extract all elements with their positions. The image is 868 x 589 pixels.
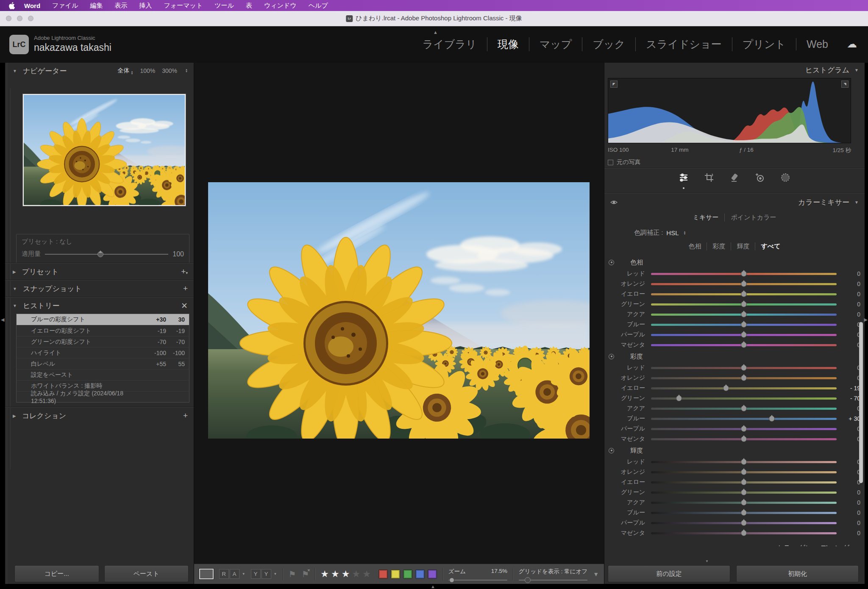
slider-thumb[interactable] bbox=[741, 322, 747, 328]
zoom-fit-button[interactable]: 全体▲▼ bbox=[117, 67, 133, 75]
history-item[interactable]: 白レベル +55 55 bbox=[17, 358, 189, 369]
slider-thumb[interactable] bbox=[741, 342, 747, 348]
slider-track[interactable] bbox=[651, 387, 837, 389]
photo-canvas[interactable] bbox=[208, 182, 590, 439]
shadow-clipping-icon[interactable]: ◤ bbox=[610, 81, 618, 88]
before-after-y1-button[interactable]: Y bbox=[251, 569, 261, 579]
reference-view-r-button[interactable]: R bbox=[219, 569, 229, 579]
panel-switch-eye-icon[interactable] bbox=[610, 200, 618, 205]
collapse-triangle-icon[interactable]: ▼ bbox=[13, 69, 17, 73]
masking-tool-icon[interactable] bbox=[779, 171, 792, 184]
slider-track[interactable] bbox=[651, 324, 837, 326]
slider-thumb[interactable] bbox=[741, 489, 747, 495]
slider-track[interactable] bbox=[651, 303, 837, 306]
pick-flag-icon[interactable]: ⚑ bbox=[288, 569, 296, 579]
highlight-clipping-icon[interactable]: ◥ bbox=[841, 81, 849, 88]
zoom-stepper-icon[interactable]: ▲▼ bbox=[185, 69, 188, 73]
slider-thumb[interactable] bbox=[676, 395, 682, 401]
slider-track[interactable] bbox=[651, 314, 837, 316]
show-left-panel-arrow[interactable]: ◀ bbox=[1, 317, 4, 322]
hsl-mode-tab[interactable]: すべて bbox=[755, 242, 786, 250]
right-panel-scrollbar[interactable] bbox=[859, 322, 863, 483]
menu-item[interactable]: ヘルプ bbox=[309, 2, 328, 10]
slider-track[interactable] bbox=[651, 377, 837, 379]
presets-section-header[interactable]: ▶プリセット +▾ bbox=[5, 264, 194, 280]
zoom-slider[interactable] bbox=[448, 580, 507, 581]
clear-history-icon[interactable]: ✕ bbox=[181, 301, 188, 311]
loupe-view-button[interactable] bbox=[199, 569, 214, 579]
module-tab[interactable]: 現像 bbox=[487, 37, 529, 51]
mixer-tab[interactable]: ポイントカラー bbox=[724, 214, 782, 222]
paste-settings-button[interactable]: ペースト bbox=[104, 565, 189, 582]
color-label-icon[interactable] bbox=[378, 570, 388, 579]
slider-thumb[interactable] bbox=[741, 469, 747, 475]
add-snapshot-icon[interactable]: + bbox=[183, 284, 188, 293]
module-tab[interactable]: プリント bbox=[732, 37, 796, 51]
histogram-header[interactable]: ヒストグラム▼ bbox=[604, 63, 865, 77]
slider-track[interactable] bbox=[651, 293, 837, 295]
original-photo-toggle[interactable]: 元の写真 bbox=[608, 158, 640, 166]
slider-track[interactable] bbox=[651, 418, 837, 420]
add-preset-icon[interactable]: +▾ bbox=[181, 267, 188, 276]
slider-thumb[interactable] bbox=[741, 436, 747, 442]
slider-thumb[interactable] bbox=[741, 332, 747, 338]
slider-track[interactable] bbox=[651, 273, 837, 275]
color-mixer-header[interactable]: カラーミキサー▼ bbox=[604, 195, 865, 209]
amount-slider[interactable] bbox=[45, 254, 168, 255]
menu-item[interactable]: 表 bbox=[246, 2, 252, 10]
menu-item[interactable]: 表示 bbox=[114, 2, 127, 10]
slider-track[interactable] bbox=[651, 512, 837, 514]
slider-thumb[interactable] bbox=[741, 281, 747, 287]
history-section-header[interactable]: ▼ヒストリー ✕ bbox=[5, 297, 194, 314]
before-after-dropdown-icon[interactable]: ▼ bbox=[274, 572, 277, 576]
next-panel-header-clipped[interactable]: カラーグレーディング▼ bbox=[604, 541, 865, 546]
show-right-panel-arrow[interactable]: ▶ bbox=[864, 317, 868, 322]
module-tab[interactable]: マップ bbox=[529, 37, 582, 51]
module-tab[interactable]: スライドショー bbox=[635, 37, 732, 51]
collections-section-header[interactable]: ▶コレクション + bbox=[5, 408, 194, 424]
history-item[interactable]: ブルーの彩度シフト +30 30 bbox=[17, 314, 189, 325]
color-label-icon[interactable] bbox=[403, 570, 412, 579]
menu-item[interactable]: 編集 bbox=[90, 2, 103, 10]
color-space-stepper-icon[interactable]: ▲▼ bbox=[684, 231, 686, 235]
slider-thumb[interactable] bbox=[741, 291, 747, 297]
slider-thumb[interactable] bbox=[741, 271, 747, 277]
original-photo-checkbox[interactable] bbox=[608, 160, 613, 165]
slider-thumb[interactable] bbox=[741, 311, 747, 317]
zoom-300-button[interactable]: 300% bbox=[162, 67, 177, 74]
star-icon[interactable]: ★ bbox=[320, 569, 331, 579]
panel-reveal-arrow-bottom[interactable]: ▲ bbox=[431, 584, 435, 589]
healing-tool-icon[interactable] bbox=[728, 171, 741, 184]
slider-thumb[interactable] bbox=[741, 479, 747, 485]
slider-thumb[interactable] bbox=[741, 530, 747, 536]
edit-basic-tool-icon[interactable] bbox=[677, 171, 690, 184]
reference-view-a-button[interactable]: A bbox=[230, 569, 239, 579]
reference-dropdown-icon[interactable]: ▼ bbox=[242, 572, 245, 576]
add-collection-icon[interactable]: + bbox=[183, 411, 188, 420]
module-tab[interactable]: ライブラリ bbox=[412, 37, 487, 51]
slider-thumb[interactable] bbox=[741, 510, 747, 516]
target-adjust-icon[interactable] bbox=[609, 260, 614, 265]
star-icon[interactable]: ★ bbox=[362, 569, 373, 579]
toolbar-options-icon[interactable]: ▼ bbox=[593, 571, 599, 578]
slider-track[interactable] bbox=[651, 481, 837, 483]
history-item[interactable]: グリーンの彩度シフト -70 -70 bbox=[17, 336, 189, 347]
slider-track[interactable] bbox=[651, 397, 837, 400]
hsl-mode-tab[interactable]: 輝度 bbox=[731, 242, 755, 250]
close-window-button[interactable] bbox=[6, 16, 11, 21]
minimize-window-button[interactable] bbox=[17, 16, 22, 21]
reset-button[interactable]: 初期化 bbox=[736, 565, 859, 582]
slider-thumb[interactable] bbox=[741, 500, 747, 506]
snapshots-section-header[interactable]: ▼スナップショット + bbox=[5, 281, 194, 297]
history-item[interactable]: 設定をペースト bbox=[17, 369, 189, 380]
slider-track[interactable] bbox=[651, 471, 837, 473]
target-adjust-icon[interactable] bbox=[609, 448, 614, 453]
slider-thumb[interactable] bbox=[741, 426, 747, 432]
color-label-icon[interactable] bbox=[428, 570, 437, 579]
color-space-value[interactable]: HSL bbox=[666, 229, 679, 236]
menu-item[interactable]: ファイル bbox=[52, 2, 78, 10]
color-label-icon[interactable] bbox=[415, 570, 425, 579]
histogram[interactable]: ◤ ◥ bbox=[608, 78, 851, 143]
slider-thumb[interactable] bbox=[741, 301, 747, 307]
slider-thumb[interactable] bbox=[741, 459, 747, 465]
